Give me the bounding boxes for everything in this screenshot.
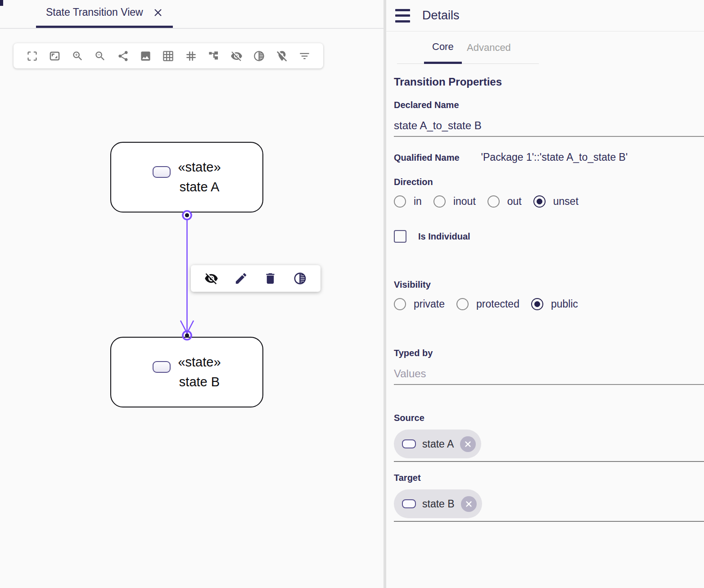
delete-icon[interactable] bbox=[262, 270, 280, 288]
source-field[interactable]: state A bbox=[394, 430, 704, 462]
node-stereotype: «state» bbox=[178, 353, 221, 372]
tab-close-icon[interactable] bbox=[153, 8, 163, 18]
radio-icon bbox=[394, 298, 406, 310]
visibility-label: Visibility bbox=[394, 280, 704, 290]
tab-advanced[interactable]: Advanced bbox=[467, 32, 511, 64]
qualified-name-value: 'Package 1'::'state A_to_state B' bbox=[481, 151, 628, 163]
source-label: Source bbox=[394, 413, 704, 423]
edit-icon[interactable] bbox=[232, 270, 250, 288]
radio-selected-icon bbox=[533, 195, 546, 208]
diagram-tabbar: State Transition View bbox=[0, 0, 384, 29]
hide-elements-icon[interactable] bbox=[229, 48, 244, 63]
typed-by-underline bbox=[394, 358, 704, 385]
node-text: «state» state B bbox=[178, 353, 221, 392]
is-individual-checkbox-row[interactable]: Is Individual bbox=[394, 230, 704, 243]
is-individual-label: Is Individual bbox=[418, 231, 470, 242]
diagram-canvas[interactable]: State Transition View bbox=[0, 0, 384, 588]
remove-source-icon[interactable] bbox=[460, 436, 476, 452]
auto-layout-icon[interactable] bbox=[206, 48, 221, 63]
share-icon[interactable] bbox=[115, 48, 131, 63]
node-stereotype: «state» bbox=[178, 158, 221, 177]
edge-context-toolbar bbox=[191, 265, 320, 292]
edge-source-anchor-dot bbox=[185, 213, 189, 217]
grid-icon[interactable] bbox=[161, 48, 176, 63]
checkbox-icon[interactable] bbox=[394, 230, 406, 243]
typed-by-input[interactable] bbox=[394, 367, 704, 380]
export-image-icon[interactable] bbox=[138, 48, 153, 63]
remove-target-icon[interactable] bbox=[461, 496, 477, 512]
visibility-options: private protected public bbox=[394, 298, 704, 310]
node-name: state A bbox=[178, 177, 221, 197]
chip-label: state B bbox=[422, 498, 455, 510]
radio-direction-inout[interactable]: inout bbox=[433, 195, 476, 208]
transition-edge[interactable] bbox=[0, 0, 384, 588]
direction-options: in inout out unset bbox=[394, 195, 704, 208]
qualified-name-row: Qualified Name 'Package 1'::'state A_to_… bbox=[394, 151, 704, 163]
qualified-name-label: Qualified Name bbox=[394, 153, 460, 163]
state-glyph-icon bbox=[402, 439, 416, 448]
radio-direction-in[interactable]: in bbox=[394, 195, 422, 208]
pin-off-icon[interactable] bbox=[274, 48, 289, 63]
contrast-icon[interactable] bbox=[252, 48, 267, 63]
contrast-icon[interactable] bbox=[291, 270, 309, 288]
direction-label: Direction bbox=[394, 177, 704, 187]
declared-name-input[interactable] bbox=[394, 119, 704, 132]
declared-name-underline bbox=[394, 110, 704, 137]
radio-direction-out[interactable]: out bbox=[487, 195, 522, 208]
fit-view-icon[interactable] bbox=[24, 48, 40, 63]
typed-by-label: Typed by bbox=[394, 348, 704, 358]
node-state-a[interactable]: «state» state A bbox=[110, 142, 263, 213]
hamburger-menu-icon[interactable] bbox=[395, 9, 411, 23]
zoom-out-icon[interactable] bbox=[93, 48, 108, 63]
details-header: Details bbox=[386, 0, 704, 32]
source-chip[interactable]: state A bbox=[394, 430, 481, 458]
radio-icon bbox=[456, 298, 469, 310]
details-content: Transition Properties Declared Name Qual… bbox=[386, 64, 704, 522]
details-panel: Details Core Advanced Transition Propert… bbox=[386, 0, 704, 588]
node-state-b[interactable]: «state» state B bbox=[110, 337, 263, 407]
state-glyph-icon bbox=[153, 166, 171, 178]
diagram-toolbar bbox=[14, 43, 323, 68]
state-glyph-icon bbox=[153, 361, 171, 373]
tab-label: State Transition View bbox=[46, 6, 143, 18]
details-tabs: Core Advanced bbox=[386, 32, 704, 64]
tab-core[interactable]: Core bbox=[424, 32, 462, 64]
target-field[interactable]: state B bbox=[394, 489, 704, 522]
app-window: State Transition View bbox=[0, 0, 704, 588]
details-title: Details bbox=[422, 9, 460, 23]
target-chip[interactable]: state B bbox=[394, 489, 482, 518]
guides-icon[interactable] bbox=[183, 48, 199, 63]
node-text: «state» state A bbox=[178, 158, 221, 197]
target-label: Target bbox=[394, 473, 704, 483]
radio-visibility-protected[interactable]: protected bbox=[456, 298, 519, 310]
radio-selected-icon bbox=[531, 298, 543, 310]
radio-visibility-public[interactable]: public bbox=[531, 298, 578, 310]
radio-icon bbox=[394, 195, 406, 208]
edge-arrowhead-icon bbox=[181, 321, 194, 333]
corner-artifact bbox=[0, 0, 3, 6]
radio-icon bbox=[487, 195, 500, 208]
state-glyph-icon bbox=[402, 499, 416, 508]
hide-icon[interactable] bbox=[203, 270, 221, 288]
node-name: state B bbox=[178, 372, 221, 392]
declared-name-label: Declared Name bbox=[394, 100, 704, 110]
radio-direction-unset[interactable]: unset bbox=[533, 195, 578, 208]
filter-icon[interactable] bbox=[297, 48, 312, 63]
radio-visibility-private[interactable]: private bbox=[394, 298, 445, 310]
section-title: Transition Properties bbox=[394, 76, 704, 88]
fit-to-screen-icon[interactable] bbox=[47, 48, 63, 63]
chip-label: state A bbox=[422, 438, 454, 450]
tab-state-transition-view[interactable]: State Transition View bbox=[36, 0, 173, 28]
radio-icon bbox=[433, 195, 446, 208]
zoom-in-icon[interactable] bbox=[70, 48, 85, 63]
